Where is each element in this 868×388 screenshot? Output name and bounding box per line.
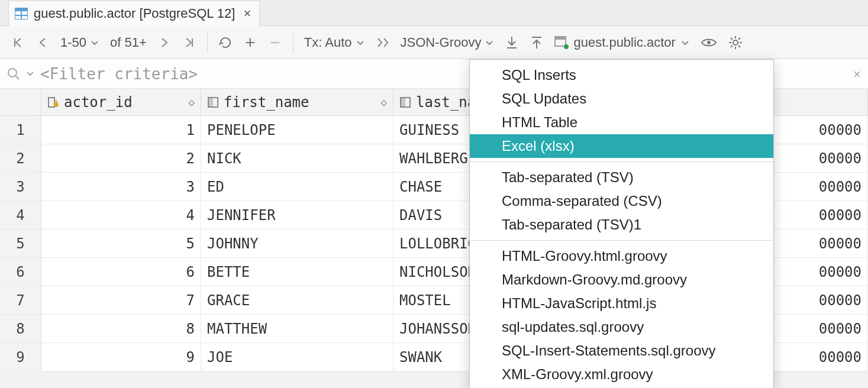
cell-actor-id[interactable]: 3 — [41, 173, 201, 201]
svg-point-9 — [8, 69, 17, 77]
cell-first-name[interactable]: PENELOPE — [201, 116, 393, 144]
separator — [293, 33, 293, 52]
menu-item[interactable]: Tab-separated (TSV)1 — [470, 213, 773, 237]
cell-first-name[interactable]: MATTHEW — [201, 315, 393, 342]
cell-actor-id[interactable]: 2 — [41, 144, 201, 172]
more-actions-button[interactable] — [376, 33, 390, 52]
chevron-down-icon — [90, 38, 99, 47]
menu-item[interactable]: Tab-separated (TSV) — [470, 166, 773, 189]
chevron-down-icon — [485, 38, 494, 47]
menu-separator — [470, 240, 773, 241]
column-name: first_name — [224, 94, 309, 111]
svg-rect-10 — [49, 98, 54, 107]
menu-item[interactable]: Excel (xlsx) — [470, 134, 773, 158]
database-table-icon — [554, 36, 569, 49]
view-toggle-button[interactable] — [701, 33, 717, 52]
menu-item[interactable]: SQL Inserts — [470, 63, 773, 87]
menu-item[interactable]: HTML-JavaScript.html.js — [470, 292, 773, 315]
cell-actor-id[interactable]: 6 — [41, 258, 201, 286]
cell-first-name[interactable]: NICK — [201, 144, 393, 172]
filter-chevron-icon[interactable] — [26, 70, 34, 78]
row-number: 9 — [0, 343, 41, 371]
row-number: 2 — [0, 144, 41, 172]
page-range-label: 1-50 — [60, 35, 86, 50]
menu-item[interactable]: SQL-Insert-Statements.sql.groovy — [470, 339, 773, 363]
cell-actor-id[interactable]: 1 — [41, 116, 201, 144]
clear-filter-button[interactable]: × — [853, 66, 861, 81]
svg-point-7 — [707, 41, 711, 44]
download-button[interactable] — [505, 33, 519, 52]
row-number: 8 — [0, 315, 41, 342]
row-number: 7 — [0, 286, 41, 314]
menu-item[interactable]: SQL Updates — [470, 87, 773, 111]
row-number: 4 — [0, 201, 41, 229]
menu-separator — [470, 161, 773, 162]
reload-button[interactable] — [218, 33, 233, 52]
cell-first-name[interactable]: BETTE — [201, 258, 393, 286]
sort-indicator-icon[interactable]: ◇ — [380, 96, 387, 108]
primary-key-column-icon — [47, 96, 59, 108]
row-number: 3 — [0, 173, 41, 201]
column-icon — [399, 96, 411, 108]
next-page-button[interactable] — [157, 33, 172, 52]
filter-placeholder[interactable]: <Filter criteria> — [40, 65, 198, 83]
cell-first-name[interactable]: ED — [201, 173, 393, 201]
search-icon[interactable] — [7, 67, 20, 80]
cell-first-name[interactable]: GRACE — [201, 286, 393, 314]
tx-mode-label: Tx: Auto — [304, 35, 352, 50]
cell-actor-id[interactable]: 7 — [41, 286, 201, 314]
row-number-header — [0, 89, 41, 115]
add-row-button[interactable]: + — [243, 33, 257, 52]
svg-rect-14 — [208, 98, 213, 107]
column-icon — [207, 96, 219, 108]
sort-indicator-icon[interactable]: ◇ — [188, 96, 195, 108]
remove-row-button[interactable]: − — [268, 33, 282, 52]
table-reference-label: guest.public.actor — [573, 35, 675, 50]
svg-rect-12 — [56, 100, 57, 104]
svg-rect-16 — [401, 98, 405, 107]
tx-mode-dropdown[interactable]: Tx: Auto — [304, 35, 365, 50]
separator — [207, 33, 208, 52]
menu-item[interactable]: HTML-Groovy.html.groovy — [470, 244, 773, 268]
export-format-dropdown[interactable]: JSON-Groovy — [401, 35, 495, 50]
export-format-menu: SQL InsertsSQL UpdatesHTML TableExcel (x… — [469, 59, 774, 388]
chevron-down-icon — [356, 38, 365, 47]
svg-rect-5 — [555, 37, 566, 40]
menu-item[interactable]: Comma-separated (CSV) — [470, 189, 773, 213]
page-total: of 51+ — [110, 35, 147, 50]
tab-title: guest.public.actor [PostgreSQL 12] — [34, 6, 235, 21]
column-header-first-name[interactable]: first_name ◇ — [201, 89, 393, 115]
row-number: 6 — [0, 258, 41, 286]
column-header-actor-id[interactable]: actor_id ◇ — [41, 89, 201, 115]
page-range[interactable]: 1-50 — [60, 35, 99, 50]
chevron-down-icon — [680, 38, 690, 47]
menu-item[interactable]: HTML Table — [470, 111, 773, 134]
svg-point-8 — [733, 40, 738, 45]
close-icon[interactable]: × — [241, 6, 253, 21]
row-number: 5 — [0, 229, 41, 257]
cell-first-name[interactable]: JOHNNY — [201, 229, 393, 257]
data-toolbar: 1-50 of 51+ + − Tx: Auto JSON-Groovy — [0, 26, 868, 59]
svg-point-6 — [564, 44, 569, 49]
cell-first-name[interactable]: JENNIFER — [201, 201, 393, 229]
editor-tab[interactable]: guest.public.actor [PostgreSQL 12] × — [8, 1, 260, 26]
last-page-button[interactable] — [182, 33, 196, 52]
menu-item[interactable]: Markdown-Groovy.md.groovy — [470, 268, 773, 292]
first-page-button[interactable] — [11, 33, 25, 52]
table-icon — [15, 8, 28, 20]
export-format-label: JSON-Groovy — [401, 35, 482, 50]
settings-button[interactable] — [728, 33, 743, 52]
cell-actor-id[interactable]: 9 — [41, 343, 201, 371]
prev-page-button[interactable] — [36, 33, 50, 52]
cell-first-name[interactable]: JOE — [201, 343, 393, 371]
editor-tab-bar: guest.public.actor [PostgreSQL 12] × — [0, 0, 868, 26]
cell-actor-id[interactable]: 8 — [41, 315, 201, 342]
cell-actor-id[interactable]: 5 — [41, 229, 201, 257]
menu-item[interactable]: sql-updates.sql.groovy — [470, 315, 773, 339]
row-number: 1 — [0, 116, 41, 144]
table-reference-dropdown[interactable]: guest.public.actor — [554, 35, 689, 50]
menu-item[interactable]: XML-Groovy.xml.groovy — [470, 363, 773, 386]
column-name: actor_id — [64, 94, 133, 111]
cell-actor-id[interactable]: 4 — [41, 201, 201, 229]
upload-button[interactable] — [530, 33, 544, 52]
